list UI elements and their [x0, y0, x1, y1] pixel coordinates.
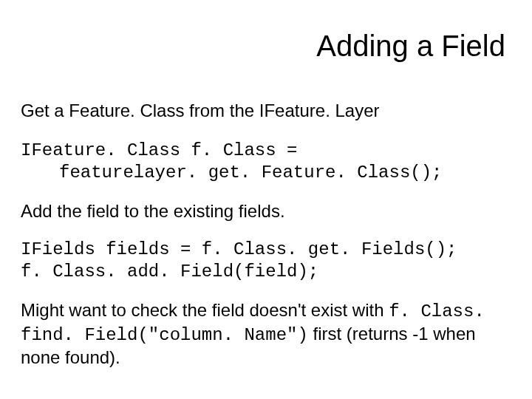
code-line: f. Class. add. Field(field); [21, 261, 511, 283]
slide: Adding a Field Get a Feature. Class from… [0, 0, 532, 399]
code-line: IFeature. Class f. Class = [21, 140, 511, 162]
note-paragraph: Might want to check the field doesn't ex… [21, 299, 511, 369]
slide-body: Get a Feature. Class from the IFeature. … [21, 100, 511, 369]
code-block-1: IFeature. Class f. Class = featurelayer.… [21, 140, 511, 184]
slide-title: Adding a Field [21, 30, 511, 63]
code-line: IFields fields = f. Class. get. Fields()… [21, 239, 511, 261]
add-field-paragraph: Add the field to the existing fields. [21, 200, 511, 222]
code-block-2: IFields fields = f. Class. get. Fields()… [21, 239, 511, 283]
note-text-a: Might want to check the field doesn't ex… [21, 300, 389, 320]
code-line: featurelayer. get. Feature. Class(); [21, 162, 511, 184]
intro-paragraph: Get a Feature. Class from the IFeature. … [21, 100, 511, 122]
